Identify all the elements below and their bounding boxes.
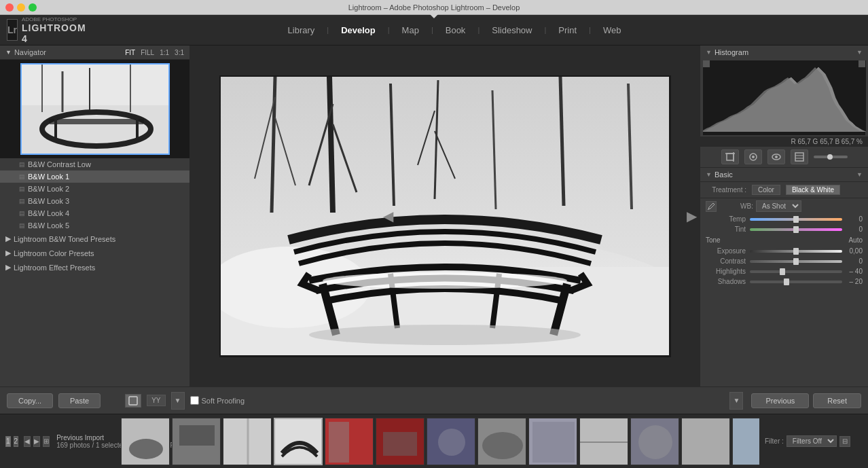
zoom-1to1[interactable]: 1:1 [160,49,169,56]
filmstrip-thumb-13[interactable] [732,418,759,465]
preset-bw-look-2[interactable]: ▤ B&W Look 2 [0,183,189,195]
preset-icon: ▤ [19,222,25,229]
vy-button[interactable]: YY [147,395,165,406]
contrast-slider[interactable] [750,260,842,263]
preset-bw-look-3[interactable]: ▤ B&W Look 3 [0,195,189,207]
filmstrip-thumb-9[interactable] [528,418,577,465]
filmstrip-page-1[interactable]: 1 [5,436,11,447]
histogram-collapse-icon[interactable]: ▼ [706,49,712,56]
zoom-fill[interactable]: FILL [141,49,154,56]
nav-web[interactable]: Web [591,15,634,46]
preset-icon: ▤ [19,210,25,217]
close-button[interactable] [5,3,14,12]
filmstrip-thumb-11[interactable] [630,418,679,465]
navigator-collapse-icon[interactable]: ▼ [5,49,12,56]
filmstrip-thumb-2[interactable] [172,418,221,465]
filmstrip-thumb-1[interactable] [121,418,170,465]
bw-treatment-btn[interactable]: Black & White [786,185,840,195]
filmstrip-next-btn[interactable]: ▶ [33,436,40,447]
filmstrip-thumb-10[interactable] [579,418,628,465]
toolbar-dropdown[interactable]: ▼ [729,392,743,410]
vy-dropdown[interactable]: ▼ [171,392,185,410]
graduated-filter[interactable] [791,149,808,164]
temp-slider[interactable] [750,218,842,221]
zoom-3to1[interactable]: 3:1 [175,49,184,56]
navigator-image [20,63,170,155]
basic-expand-icon[interactable]: ▼ [856,171,863,178]
nav-map[interactable]: Map [390,15,431,46]
preset-bw-look-4[interactable]: ▤ B&W Look 4 [0,207,189,219]
filmstrip-thumb-7[interactable] [427,418,475,465]
redeye-tool[interactable] [767,149,785,164]
zoom-fit[interactable]: FIT [125,49,135,56]
temp-label: Temp [706,215,750,223]
filter-icon[interactable]: ⊟ [839,436,850,447]
wb-select[interactable]: As Shot Auto Daylight Custom [756,200,801,212]
filmstrip-prev-btn[interactable]: ◀ [24,436,31,447]
filmstrip-thumb-5[interactable] [325,418,374,465]
loupe-view-btn[interactable] [125,394,141,408]
highlights-slider-row: Highlights – 40 [700,266,868,276]
panel-right-arrow[interactable]: ▶ [687,208,697,224]
preset-bw-contrast-low[interactable]: ▤ B&W Contrast Low [0,158,189,170]
preset-group-bw-toned[interactable]: ▶ Lightroom B&W Toned Presets [0,232,189,246]
thumb-svg [173,418,221,465]
histogram-chart [703,60,865,135]
basic-header-left: ▼ Basic [706,170,733,179]
nav-book[interactable]: Book [433,15,478,46]
tint-slider[interactable] [750,228,842,231]
nav-develop[interactable]: Develop [329,15,388,46]
preset-label: B&W Look 5 [28,221,69,230]
svg-rect-68 [682,418,730,465]
preset-bw-look-1[interactable]: ▤ B&W Look 1 [0,170,189,183]
highlights-slider[interactable] [750,270,842,273]
spot-tool[interactable] [744,149,762,164]
nav-slideshow[interactable]: Slideshow [480,15,544,46]
panel-left-arrow[interactable]: ◀ [383,208,393,224]
filmstrip-thumb-12[interactable] [681,418,730,465]
shadows-slider-row: Shadows – 20 [700,276,868,287]
reset-button[interactable]: Reset [813,393,861,408]
copy-button[interactable]: Copy... [7,393,53,408]
nav-print[interactable]: Print [546,15,589,46]
nav-library[interactable]: Library [276,15,327,46]
basic-collapse-icon[interactable]: ▼ [706,171,712,178]
filmstrip-grid-btn[interactable]: ⊞ [43,436,50,447]
preset-group-color[interactable]: ▶ Lightroom Color Presets [0,246,189,260]
filmstrip-thumb-3[interactable] [223,418,272,465]
tool-size-slider[interactable] [814,156,848,158]
exposure-thumb [793,248,799,255]
previous-button[interactable]: Previous [751,393,809,408]
filmstrip-thumb-8[interactable] [477,418,526,465]
preset-group-effect[interactable]: ▶ Lightroom Effect Presets [0,260,189,274]
histogram-expand-icon[interactable]: ▼ [856,49,863,56]
soft-proof-checkbox-label[interactable]: Soft Proofing [190,396,245,405]
preset-group-icon: ▶ [5,249,11,257]
main-photo [221,77,669,355]
shadows-value: – 20 [842,278,863,285]
minimize-button[interactable] [17,3,25,12]
paste-button[interactable]: Paste [58,393,101,408]
graduated-filter-icon [794,151,805,162]
filmstrip-thumb-4[interactable] [274,418,323,465]
preset-bw-look-5[interactable]: ▤ B&W Look 5 [0,219,189,232]
app-logo: Lr ADOBE PHOTOSHOP LIGHTROOM 4 [0,16,41,44]
svg-rect-35 [727,154,734,160]
svg-point-31 [309,325,581,345]
soft-proof-checkbox[interactable] [190,396,199,405]
navigator-header: ▼ Navigator FIT FILL 1:1 3:1 [0,46,189,60]
filter-select[interactable]: Filters Off Flagged Rated [786,435,837,447]
preset-group-label: Lightroom B&W Toned Presets [14,235,115,243]
top-navigation: Lr ADOBE PHOTOSHOP LIGHTROOM 4 Library |… [0,15,868,46]
shadows-slider[interactable] [750,281,842,283]
exposure-slider[interactable] [750,250,842,253]
maximize-button[interactable] [29,3,37,12]
navigator-label: Navigator [14,48,46,56]
filmstrip-thumb-6[interactable] [376,418,424,465]
tint-label: Tint [706,226,750,233]
crop-tool[interactable] [721,149,739,164]
tone-auto-btn[interactable]: Auto [848,236,863,244]
wb-eyedropper[interactable] [706,201,717,212]
filmstrip-page-2[interactable]: 2 [14,436,19,447]
color-treatment-btn[interactable]: Color [752,185,780,195]
